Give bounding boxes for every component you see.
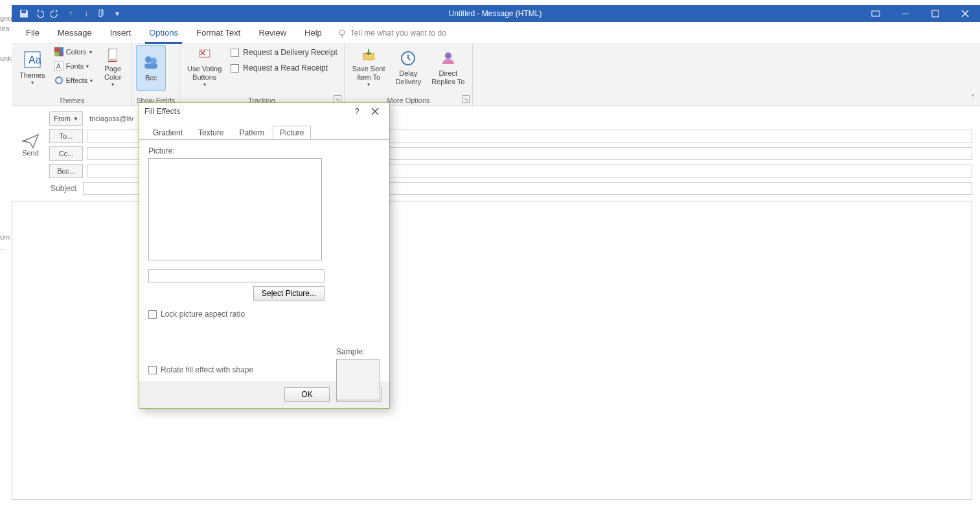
tab-review[interactable]: Review bbox=[249, 22, 295, 44]
checkbox-icon bbox=[231, 49, 239, 57]
send-button[interactable]: Send bbox=[15, 126, 46, 165]
sample-label: Sample: bbox=[336, 347, 380, 356]
sample-section: Sample: bbox=[336, 347, 380, 400]
svg-rect-7 bbox=[59, 47, 63, 52]
prev-icon[interactable]: ↑ bbox=[65, 8, 76, 19]
picture-preview bbox=[148, 158, 322, 260]
more-options-dialog-launcher[interactable]: ↘ bbox=[462, 95, 470, 103]
tab-format-text[interactable]: Format Text bbox=[187, 22, 249, 44]
bcc-button[interactable]: Bcc bbox=[136, 45, 166, 91]
group-themes: Aa Themes▾ Colors▾ A Fonts▾ Effects▾ bbox=[12, 44, 132, 106]
tab-message[interactable]: Message bbox=[49, 22, 101, 44]
direct-replies-icon bbox=[440, 50, 457, 67]
svg-rect-14 bbox=[108, 61, 117, 62]
close-icon[interactable] bbox=[950, 5, 980, 22]
lock-aspect-ratio-checkbox[interactable]: Lock picture aspect ratio bbox=[148, 310, 380, 319]
qat-dropdown-icon[interactable]: ▾ bbox=[111, 8, 123, 19]
tell-me-search[interactable]: Tell me what you want to do bbox=[337, 28, 446, 38]
cropped-left-edge: gno lea unk om ... bbox=[0, 0, 12, 513]
next-icon[interactable]: ↓ bbox=[80, 8, 92, 19]
dialog-tabs: Gradient Texture Pattern Picture bbox=[139, 120, 389, 139]
undo-icon[interactable] bbox=[34, 8, 45, 19]
group-label-themes: Themes bbox=[16, 95, 128, 106]
redo-icon[interactable] bbox=[49, 8, 61, 19]
group-more-options: Save Sent Item To▾ Delay Delivery Direct… bbox=[345, 44, 473, 106]
svg-rect-6 bbox=[54, 47, 59, 52]
picture-label: Picture: bbox=[148, 146, 380, 155]
svg-rect-17 bbox=[144, 63, 157, 69]
tab-texture[interactable]: Texture bbox=[191, 126, 231, 140]
from-button[interactable]: From▼ bbox=[49, 111, 83, 126]
cc-button[interactable]: Cc... bbox=[49, 146, 83, 161]
tab-pattern[interactable]: Pattern bbox=[232, 126, 271, 140]
tab-picture[interactable]: Picture bbox=[273, 126, 311, 140]
fragment: om bbox=[0, 232, 12, 242]
svg-text:A: A bbox=[56, 63, 61, 70]
use-voting-buttons-button[interactable]: Use Voting Buttons▾ bbox=[183, 45, 225, 91]
effects-icon bbox=[54, 76, 63, 85]
collapse-ribbon-icon[interactable]: ˄ bbox=[971, 94, 975, 103]
tab-gradient[interactable]: Gradient bbox=[146, 126, 190, 140]
lightbulb-icon bbox=[337, 28, 347, 38]
fragment: lea bbox=[0, 23, 12, 34]
dialog-help-button[interactable]: ? bbox=[348, 104, 366, 119]
delay-icon bbox=[400, 50, 416, 67]
effects-button[interactable]: Effects▾ bbox=[52, 74, 95, 87]
send-icon bbox=[21, 133, 40, 149]
dialog-panel-picture: Picture: Select Picture... Lock picture … bbox=[139, 139, 389, 381]
tab-help[interactable]: Help bbox=[295, 22, 331, 44]
save-icon[interactable] bbox=[18, 8, 30, 19]
to-button[interactable]: To... bbox=[49, 129, 83, 143]
ribbon: Aa Themes▾ Colors▾ A Fonts▾ Effects▾ bbox=[12, 44, 980, 106]
fonts-icon: A bbox=[54, 62, 63, 71]
checkbox-icon bbox=[148, 366, 157, 374]
save-sent-item-to-button[interactable]: Save Sent Item To▾ bbox=[348, 45, 389, 91]
ribbon-display-icon[interactable] bbox=[861, 5, 891, 22]
title-bar: ↑ ↓ ▾ Untitled - Message (HTML) bbox=[12, 5, 980, 22]
fragment: ... bbox=[0, 242, 12, 253]
themes-button[interactable]: Aa Themes▾ bbox=[16, 45, 49, 91]
select-picture-button[interactable]: Select Picture... bbox=[253, 286, 325, 301]
svg-rect-0 bbox=[872, 11, 880, 16]
tell-me-label: Tell me what you want to do bbox=[350, 28, 446, 38]
checkbox-icon bbox=[231, 64, 239, 73]
page-color-button[interactable]: Page Color▾ bbox=[98, 45, 128, 91]
tab-options[interactable]: Options bbox=[140, 22, 187, 44]
tab-file[interactable]: File bbox=[17, 22, 49, 44]
svg-point-21 bbox=[445, 52, 451, 59]
direct-replies-to-button[interactable]: Direct Replies To bbox=[427, 45, 468, 91]
maximize-icon[interactable] bbox=[920, 5, 950, 22]
picture-path-input[interactable] bbox=[148, 269, 325, 282]
attach-icon[interactable] bbox=[96, 8, 108, 19]
tab-insert[interactable]: Insert bbox=[101, 22, 141, 44]
svg-rect-2 bbox=[932, 10, 939, 17]
checkbox-icon bbox=[148, 310, 157, 319]
svg-point-3 bbox=[339, 30, 345, 35]
subject-label: Subject bbox=[12, 184, 83, 193]
svg-point-16 bbox=[150, 58, 157, 64]
group-show-fields: Bcc Show Fields bbox=[132, 44, 179, 106]
delay-delivery-button[interactable]: Delay Delivery bbox=[391, 45, 425, 91]
request-read-receipt-checkbox[interactable]: Request a Read Receipt bbox=[228, 61, 339, 75]
svg-text:Aa: Aa bbox=[28, 54, 41, 65]
svg-rect-1 bbox=[902, 14, 909, 14]
request-delivery-receipt-checkbox[interactable]: Request a Delivery Receipt bbox=[228, 45, 339, 60]
bcc-button[interactable]: Bcc... bbox=[49, 164, 83, 178]
minimize-icon[interactable] bbox=[891, 5, 920, 22]
group-tracking: Use Voting Buttons▾ Request a Delivery R… bbox=[179, 44, 345, 106]
bcc-icon bbox=[142, 53, 160, 71]
colors-icon bbox=[54, 47, 63, 56]
voting-icon bbox=[196, 48, 214, 62]
ok-button[interactable]: OK bbox=[284, 387, 330, 402]
fragment: unk bbox=[0, 53, 12, 63]
page-color-icon bbox=[104, 48, 121, 62]
svg-rect-9 bbox=[59, 52, 63, 56]
dialog-title: Fill Effects bbox=[144, 107, 180, 116]
dialog-titlebar: Fill Effects ? bbox=[139, 103, 389, 120]
sample-preview bbox=[336, 359, 380, 400]
dialog-close-button[interactable] bbox=[366, 104, 384, 119]
ribbon-tabs: File Message Insert Options Format Text … bbox=[12, 22, 980, 44]
colors-button[interactable]: Colors▾ bbox=[52, 45, 95, 58]
fragment: gno bbox=[0, 13, 12, 23]
fonts-button[interactable]: A Fonts▾ bbox=[52, 60, 95, 73]
